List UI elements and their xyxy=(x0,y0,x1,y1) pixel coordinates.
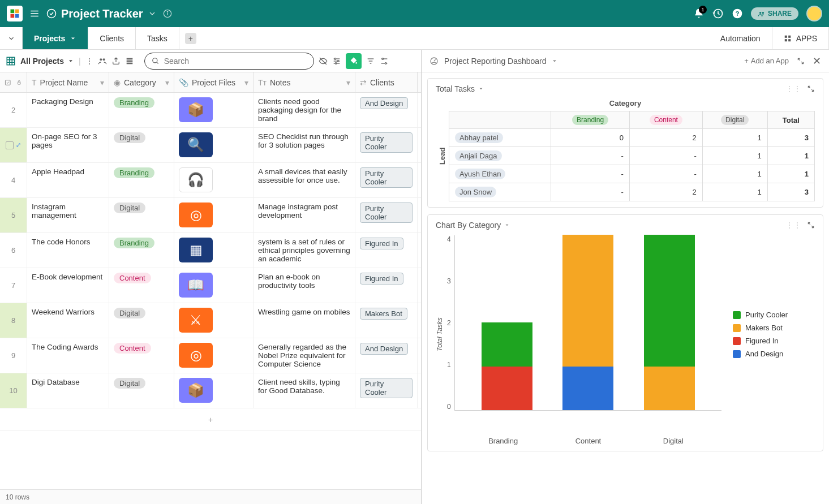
cell-name[interactable]: The code Honors xyxy=(27,233,109,268)
col-clients[interactable]: ⇄Clients xyxy=(355,72,418,92)
widget-expand-icon[interactable] xyxy=(807,85,815,93)
drag-handle-icon[interactable]: ⋮⋮ xyxy=(785,84,801,93)
table-row[interactable]: 4Apple HeadpadBranding🎧A small devices t… xyxy=(0,163,421,198)
cell-notes[interactable]: SEO Checklist run through for 3 solution… xyxy=(254,128,355,162)
file-thumbnail-icon[interactable]: ◎ xyxy=(179,203,213,227)
bar-digital[interactable] xyxy=(644,235,695,410)
notification-bell-icon[interactable]: 1 xyxy=(693,8,705,19)
tab-clients[interactable]: Clients xyxy=(88,27,136,49)
cell-clients[interactable]: Figured In xyxy=(355,268,418,303)
file-thumbnail-icon[interactable]: ◎ xyxy=(179,343,213,368)
drag-handle-icon[interactable]: ⋮⋮ xyxy=(785,221,801,230)
legend-item[interactable]: Figured In xyxy=(733,337,815,345)
file-thumbnail-icon[interactable]: ⚔ xyxy=(179,308,213,333)
history-icon[interactable] xyxy=(712,8,724,19)
cell-notes[interactable]: Wrestling game on mobiles xyxy=(254,303,355,338)
row-index[interactable]: ⤢ xyxy=(0,128,27,162)
cell-category[interactable]: Digital xyxy=(109,128,174,162)
legend-item[interactable]: And Design xyxy=(733,350,815,358)
cell-file[interactable]: ▦ xyxy=(174,233,254,268)
dashboard-title[interactable]: Project Reporting Dashboard xyxy=(444,57,558,66)
cell-category[interactable]: Branding xyxy=(109,233,174,268)
cell-clients[interactable]: Purity Cooler xyxy=(355,163,418,197)
bar-segment[interactable] xyxy=(482,322,532,367)
row-index[interactable]: 4 xyxy=(0,163,27,197)
bar-branding[interactable] xyxy=(482,322,532,410)
widget-expand-icon[interactable] xyxy=(807,221,815,229)
cell-name[interactable]: Apple Headpad xyxy=(27,163,109,197)
cell-clients[interactable]: Figured In xyxy=(355,233,418,268)
hamburger-icon[interactable] xyxy=(29,8,40,19)
col-project-name[interactable]: TProject Name▾ xyxy=(27,72,109,92)
pivot-table[interactable]: BrandingContentDigitalTotalAbhay patel02… xyxy=(449,111,815,201)
legend-item[interactable]: Makers Bot xyxy=(733,324,815,332)
row-checkbox[interactable] xyxy=(6,141,14,149)
bar-segment[interactable] xyxy=(482,367,532,411)
chart-plot-area[interactable] xyxy=(454,235,721,411)
expand-row-icon[interactable]: ⤢ xyxy=(16,141,21,149)
cell-notes[interactable]: Generally regarded as the Nobel Prize eq… xyxy=(254,338,355,373)
tab-tasks[interactable]: Tasks xyxy=(136,27,179,49)
cell-file[interactable]: 🔍 xyxy=(174,128,254,162)
table-row[interactable]: 6The code HonorsBranding▦system is a set… xyxy=(0,233,421,268)
cell-category[interactable]: Branding xyxy=(109,93,174,127)
app-logo[interactable] xyxy=(7,6,23,21)
cell-file[interactable]: 🎧 xyxy=(174,163,254,197)
cell-notes[interactable]: Manage instagram post development xyxy=(254,198,355,232)
file-thumbnail-icon[interactable]: 🔍 xyxy=(179,132,213,157)
share-view-icon[interactable] xyxy=(111,57,121,66)
info-icon[interactable] xyxy=(162,8,173,19)
col-files[interactable]: 📎Project Files▾ xyxy=(174,72,254,92)
filter-config-icon[interactable] xyxy=(332,57,341,66)
table-row[interactable]: ⤢On-page SEO for 3 pagesDigital🔍SEO Chec… xyxy=(0,128,421,163)
add-tab-button[interactable]: + xyxy=(179,27,202,49)
table-row[interactable]: 10Digi DatabaseDigital📦Client need skill… xyxy=(0,373,421,408)
row-index[interactable]: 2 xyxy=(0,93,27,127)
bar-segment[interactable] xyxy=(644,367,695,411)
cell-file[interactable]: 📦 xyxy=(174,93,254,127)
file-thumbnail-icon[interactable]: 📦 xyxy=(179,378,213,403)
cell-notes[interactable]: system is a set of rules or ethical prin… xyxy=(254,233,355,268)
cell-clients[interactable]: And Design xyxy=(355,93,418,127)
color-fill-button[interactable] xyxy=(346,53,362,69)
cell-name[interactable]: Weekend Warriors xyxy=(27,303,109,338)
expand-icon[interactable] xyxy=(797,57,805,65)
cell-file[interactable]: ⚔ xyxy=(174,303,254,338)
cell-notes[interactable]: Client need skills, typing for Good Data… xyxy=(254,373,355,408)
add-row-button[interactable]: + xyxy=(0,408,421,431)
table-row[interactable]: 8Weekend WarriorsDigital⚔Wrestling game … xyxy=(0,303,421,338)
tab-projects[interactable]: Projects xyxy=(23,27,88,49)
help-icon[interactable]: ? xyxy=(732,8,743,19)
row-index[interactable]: 5 xyxy=(0,198,27,232)
table-row[interactable]: 7E-Book developmentContent📖Plan an e-boo… xyxy=(0,268,421,303)
cell-category[interactable]: Digital xyxy=(109,198,174,232)
apps-button[interactable]: APPS xyxy=(772,27,829,49)
hide-fields-icon[interactable] xyxy=(319,57,328,66)
automation-button[interactable]: Automation xyxy=(709,27,772,49)
file-thumbnail-icon[interactable]: 🎧 xyxy=(179,167,213,192)
cell-name[interactable]: E-Book development xyxy=(27,268,109,303)
search-input[interactable] xyxy=(144,53,314,70)
collapse-tabs-button[interactable] xyxy=(0,27,23,49)
more-icon[interactable]: ⋮ xyxy=(85,57,93,66)
cell-file[interactable]: 📦 xyxy=(174,373,254,408)
row-height-icon[interactable] xyxy=(125,57,134,66)
col-checkbox[interactable] xyxy=(0,72,27,92)
cell-clients[interactable]: Purity Cooler xyxy=(355,373,418,408)
widget-title[interactable]: Total Tasks xyxy=(436,84,484,93)
cell-category[interactable]: Digital xyxy=(109,373,174,408)
file-thumbnail-icon[interactable]: 📦 xyxy=(179,97,213,122)
col-notes[interactable]: TтNotes▾ xyxy=(254,72,355,92)
add-app-button[interactable]: + Add an App xyxy=(744,57,789,65)
cell-notes[interactable]: Plan an e-book on productivity tools xyxy=(254,268,355,303)
bar-segment[interactable] xyxy=(644,235,695,367)
table-row[interactable]: 9The Coding AwardsContent◎Generally rega… xyxy=(0,338,421,373)
bar-segment[interactable] xyxy=(562,367,613,411)
cell-category[interactable]: Content xyxy=(109,268,174,303)
cell-category[interactable]: Digital xyxy=(109,303,174,338)
cell-name[interactable]: The Coding Awards xyxy=(27,338,109,373)
cell-file[interactable]: 📖 xyxy=(174,268,254,303)
bar-segment[interactable] xyxy=(562,235,613,367)
cell-clients[interactable]: Purity Cooler xyxy=(355,198,418,232)
sort-icon[interactable] xyxy=(380,57,389,66)
